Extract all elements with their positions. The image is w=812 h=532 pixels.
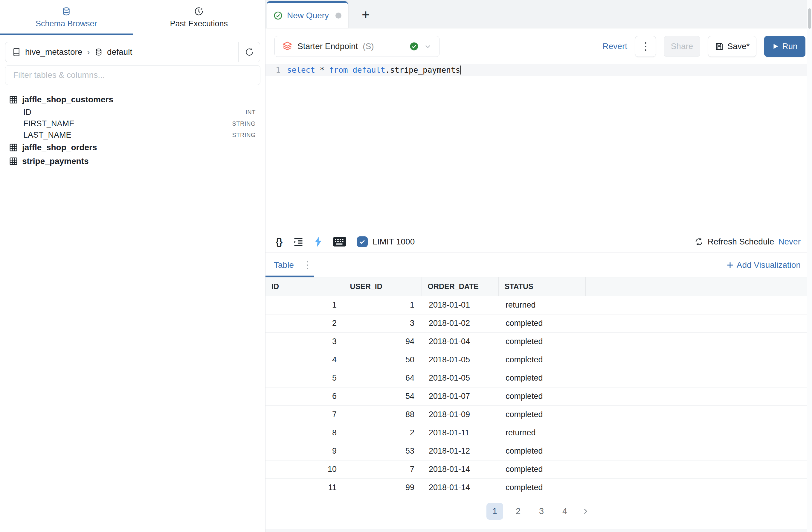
pagination: 1234 — [265, 497, 812, 526]
sql-token: * — [320, 66, 325, 74]
column-type: INT — [245, 109, 256, 116]
table-cell-filler — [585, 478, 812, 497]
line-number: 1 — [265, 66, 287, 74]
run-button-label: Run — [782, 42, 797, 51]
page-button-2[interactable]: 2 — [510, 503, 526, 520]
play-icon — [772, 43, 779, 50]
table-cell: 9 — [265, 442, 344, 460]
results-table: IDUSER_IDORDER_DATESTATUS 112018-01-01re… — [265, 277, 812, 497]
lightning-icon[interactable] — [315, 236, 322, 247]
schema-tree-table[interactable]: jaffle_shop_orders — [0, 141, 265, 154]
column-header-status[interactable]: STATUS — [498, 277, 585, 296]
table-cell-filler — [585, 351, 812, 369]
new-tab-button[interactable]: + — [358, 1, 374, 28]
refresh-schedule-label: Refresh Schedule — [708, 237, 774, 247]
sql-token — [315, 66, 320, 74]
editor-footer: {} — [265, 231, 812, 253]
table-cell: completed — [498, 387, 585, 405]
query-tab-new-query[interactable]: New Query — [267, 1, 348, 28]
filter-tables-input[interactable] — [5, 65, 260, 85]
table-icon — [9, 143, 18, 152]
page-button-4[interactable]: 4 — [556, 503, 573, 520]
table-cell: 2018-01-04 — [422, 333, 498, 351]
refresh-schedule-value[interactable]: Never — [778, 237, 801, 247]
column-header-filler — [585, 277, 812, 296]
table-cell: 64 — [344, 369, 422, 387]
table-cell-filler — [585, 405, 812, 424]
column-header-order_date[interactable]: ORDER_DATE — [422, 277, 498, 296]
table-cell: 3 — [265, 333, 344, 351]
column-header-user_id[interactable]: USER_ID — [344, 277, 422, 296]
chevron-right-icon — [581, 507, 589, 515]
schema-breadcrumb-box: hive_metastore › default — [5, 42, 260, 62]
table-row: 112018-01-01returned — [265, 296, 812, 314]
scrollbar-thumb[interactable] — [808, 9, 811, 29]
run-button[interactable]: Run — [764, 36, 806, 57]
sql-token: select — [287, 66, 315, 74]
table-row: 4502018-01-05completed — [265, 351, 812, 369]
tab-schema-browser[interactable]: Schema Browser — [0, 0, 133, 35]
text-cursor — [460, 66, 461, 74]
endpoint-selector[interactable]: Starter Endpoint (S) — [274, 36, 439, 57]
query-toolbar: Starter Endpoint (S) — [265, 28, 812, 64]
active-tab-underline — [0, 33, 133, 35]
indent-icon[interactable] — [293, 236, 304, 247]
share-button[interactable]: Share — [664, 36, 700, 57]
next-page-button[interactable] — [580, 507, 591, 515]
limit-toggle[interactable]: LIMIT 1000 — [357, 236, 415, 247]
schema-icon — [95, 48, 103, 56]
vertical-scrollbar[interactable] — [807, 0, 812, 532]
refresh-icon — [245, 47, 254, 57]
endpoint-name: Starter Endpoint — [298, 42, 358, 51]
more-actions-button[interactable] — [635, 36, 656, 57]
table-cell: 8 — [265, 424, 344, 442]
schema-tree-table[interactable]: stripe_payments — [0, 154, 265, 168]
table-cell: 54 — [344, 387, 422, 405]
schema-tree-table[interactable]: jaffle_shop_customers — [0, 93, 265, 107]
results-tab-table[interactable]: Table — [274, 260, 294, 270]
results-tab-kebab-icon[interactable] — [307, 261, 308, 269]
chevron-down-icon — [424, 42, 432, 51]
results-header: Table Add Visualization — [265, 253, 812, 277]
column-header-id[interactable]: ID — [265, 277, 344, 296]
clock-icon — [194, 6, 204, 16]
breadcrumb[interactable]: hive_metastore › default — [5, 42, 238, 62]
table-row: 3942018-01-04completed — [265, 333, 812, 351]
table-row: 232018-01-02completed — [265, 314, 812, 333]
table-cell: completed — [498, 478, 585, 497]
table-cell: returned — [498, 424, 585, 442]
format-query-icon[interactable]: {} — [276, 236, 282, 247]
column-name: ID — [23, 108, 31, 117]
table-cell: 4 — [265, 351, 344, 369]
schema-tree-column[interactable]: IDINT — [0, 107, 265, 118]
sidebar-tabs: Schema Browser Past Executions — [0, 0, 265, 35]
schema-tree-column[interactable]: LAST_NAMESTRING — [0, 129, 265, 141]
refresh-schema-button[interactable] — [238, 42, 260, 62]
limit-checkbox[interactable] — [357, 236, 368, 247]
revert-button[interactable]: Revert — [603, 42, 627, 51]
save-icon — [715, 42, 724, 51]
save-button[interactable]: Save* — [708, 36, 756, 57]
page-button-3[interactable]: 3 — [533, 503, 550, 520]
breadcrumb-schema[interactable]: default — [107, 47, 132, 57]
endpoint-status-icon — [409, 42, 419, 51]
breadcrumb-catalog[interactable]: hive_metastore — [25, 47, 82, 57]
add-visualization-button[interactable]: Add Visualization — [726, 260, 812, 270]
tab-past-executions-label: Past Executions — [170, 19, 228, 28]
column-name: FIRST_NAME — [23, 119, 74, 128]
chevron-right-icon: › — [86, 47, 90, 57]
schema-tree-column[interactable]: FIRST_NAMESTRING — [0, 118, 265, 129]
table-cell-filler — [585, 387, 812, 405]
table-cell-filler — [585, 314, 812, 333]
table-cell: 2018-01-02 — [422, 314, 498, 333]
sql-token: .stripe_payments — [386, 66, 460, 74]
table-cell-filler — [585, 460, 812, 478]
table-cell: 2018-01-12 — [422, 442, 498, 460]
sql-editor[interactable]: 1 select * from default.stripe_payments — [265, 64, 812, 231]
keyboard-shortcuts-icon[interactable] — [333, 237, 346, 247]
page-button-1[interactable]: 1 — [487, 503, 503, 520]
column-type: STRING — [232, 132, 256, 139]
tab-past-executions[interactable]: Past Executions — [133, 0, 265, 35]
table-row: 1072018-01-14completed — [265, 460, 812, 478]
unsaved-indicator-dot — [335, 13, 342, 18]
